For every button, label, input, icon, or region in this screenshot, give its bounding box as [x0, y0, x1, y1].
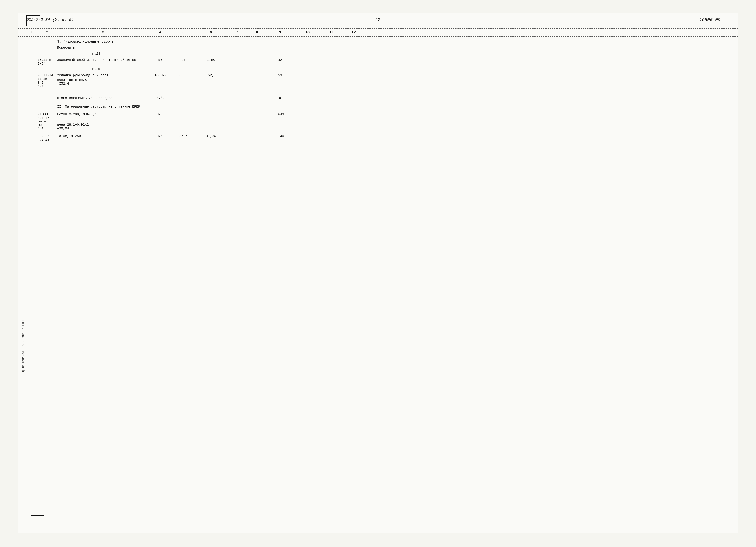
row22-col9: II40: [266, 134, 294, 138]
row18: I8.II-5 I-5* Дренажный слой из гра-вия т…: [26, 57, 729, 67]
row20-nums: 20.II-I4 II-I5 3-I 3-2: [37, 74, 57, 89]
col-header-3: 3: [57, 30, 149, 34]
row21-unit: м3: [149, 113, 171, 116]
row22: 22. -"- п.I-I8 То же, М-250 м3 35,7 3I,9…: [26, 131, 729, 143]
row22-col6: 3I,94: [195, 134, 226, 138]
total-exclude-unit: руб.: [149, 96, 171, 100]
col-header-6: 6: [195, 30, 226, 34]
exclude-row: Исключить: [26, 45, 729, 51]
s3-title: 3. Гидроизоляционные работы: [57, 40, 149, 44]
row20-price-value: =I52,4: [57, 82, 149, 86]
divider1: [26, 92, 729, 92]
p24-label: п.24: [57, 52, 149, 56]
row21-col9: I649: [266, 113, 294, 116]
row21-nums: 2I.ССЦ п.I-I7 тех.ч. табл. 3,4: [37, 113, 57, 130]
row20-price-label: цена: 96,6+55,8=: [57, 77, 149, 82]
side-text: ЦНТИ Тбилиси. ISO-7 тир. 10000: [22, 320, 25, 372]
row21-col5: 53,3: [171, 113, 195, 116]
row22-unit: м3: [149, 134, 171, 138]
col-header-1: I: [26, 30, 37, 34]
row18-col9: 42: [266, 58, 294, 62]
row18-col5: 25: [171, 58, 195, 62]
row22-nums: 22. -"- п.I-I8: [37, 134, 57, 142]
row20: 20.II-I4 II-I5 3-I 3-2 Укладка рубероида…: [26, 73, 729, 89]
header-center: 22: [375, 17, 380, 22]
row20-desc: Укладка рубероида в 2 слоя цена: 96,6+55…: [57, 74, 149, 86]
col-header-12: I2: [343, 30, 365, 34]
row18-col6: I,68: [195, 58, 226, 62]
p25-label: п.25: [57, 67, 149, 71]
row21-price-label: цена:28,2+0,92х2=: [57, 116, 149, 127]
column-headers: I 2 3 4 5 6 7 8 9 IO II I2: [18, 28, 738, 37]
col-header-9: 9: [266, 30, 294, 34]
row20-col9: 59: [266, 74, 294, 77]
section2-title: II. Материальные ресурсы, не учтенные ЕР…: [57, 105, 149, 109]
col-header-5: 5: [171, 30, 195, 34]
row21-price-value: =30,04: [57, 127, 149, 130]
top-dashed-line: [26, 26, 729, 26]
table-body: 3. Гидроизоляционные работы Исключить п.…: [18, 37, 738, 143]
exclude-label: Исключить: [57, 46, 149, 50]
col-header-2: 2: [37, 30, 57, 34]
page: 902-7-2.84 (У. к. 5) 22 19505-09 I 2 3 4…: [18, 13, 738, 533]
row21: 2I.ССЦ п.I-I7 тех.ч. табл. 3,4 Бетон М-2…: [26, 110, 729, 131]
col-header-11: II: [321, 30, 343, 34]
section2-title-row: II. Материальные ресурсы, не учтенные ЕР…: [26, 101, 729, 110]
row20-unit: IOO м2: [149, 74, 171, 77]
col-header-10: IO: [294, 30, 321, 34]
row18-desc: Дренажный слой из гра-вия толщиной 40 мм: [57, 58, 149, 62]
header-left: 902-7-2.84 (У. к. 5): [26, 18, 74, 22]
corner-bracket-bottom: [31, 505, 44, 516]
row22-desc: То же, М-250: [57, 134, 149, 138]
row22-col5: 35,7: [171, 134, 195, 138]
p25-row: п.25: [26, 67, 729, 73]
total-exclude-row: Итого исключить из 3 раздела руб. IOI: [26, 94, 729, 101]
p24-row: п.24: [26, 51, 729, 57]
header: 902-7-2.84 (У. к. 5) 22 19505-09: [18, 13, 738, 24]
row20-col5: 0,39: [171, 74, 195, 77]
total-exclude-desc: Итого исключить из 3 раздела: [57, 96, 149, 100]
header-right: 19505-09: [699, 17, 720, 22]
col-header-7: 7: [226, 30, 248, 34]
row18-nums: I8.II-5 I-5*: [37, 58, 57, 66]
row21-desc: Бетон М-200, МПА-0,4 цена:28,2+0,92х2= =…: [57, 113, 149, 130]
row20-col6: I52,4: [195, 74, 226, 77]
total-exclude-col9: IOI: [266, 96, 294, 100]
section3-title-row: 3. Гидроизоляционные работы: [26, 37, 729, 45]
row18-unit: м3: [149, 58, 171, 62]
col-header-4: 4: [149, 30, 171, 34]
col-header-8: 8: [248, 30, 266, 34]
